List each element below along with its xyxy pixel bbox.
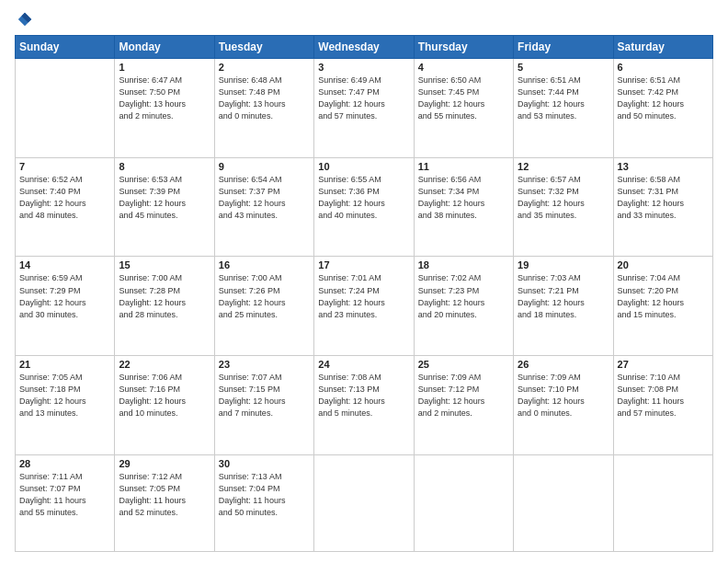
day-number: 25 xyxy=(418,359,509,370)
day-number: 3 xyxy=(318,62,409,73)
calendar-day-cell: 30Sunrise: 7:13 AMSunset: 7:04 PMDayligh… xyxy=(214,454,313,551)
day-info: Sunrise: 6:57 AMSunset: 7:32 PMDaylight:… xyxy=(518,174,609,222)
logo xyxy=(15,11,33,28)
day-number: 24 xyxy=(318,359,409,370)
day-info: Sunrise: 7:00 AMSunset: 7:26 PMDaylight:… xyxy=(219,272,310,320)
day-info: Sunrise: 7:11 AMSunset: 7:07 PMDaylight:… xyxy=(19,471,110,519)
day-number: 14 xyxy=(19,259,110,270)
day-number: 6 xyxy=(618,62,709,73)
calendar-day-cell: 20Sunrise: 7:04 AMSunset: 7:20 PMDayligh… xyxy=(613,257,712,356)
day-info: Sunrise: 7:12 AMSunset: 7:05 PMDaylight:… xyxy=(119,471,210,519)
day-number: 29 xyxy=(119,458,210,469)
calendar-day-cell: 23Sunrise: 7:07 AMSunset: 7:15 PMDayligh… xyxy=(214,356,313,455)
calendar-week-row: 21Sunrise: 7:05 AMSunset: 7:18 PMDayligh… xyxy=(16,356,713,455)
calendar-header-row: SundayMondayTuesdayWednesdayThursdayFrid… xyxy=(16,36,713,59)
calendar-day-cell: 1Sunrise: 6:47 AMSunset: 7:50 PMDaylight… xyxy=(115,59,214,158)
calendar-day-cell: 24Sunrise: 7:08 AMSunset: 7:13 PMDayligh… xyxy=(314,356,414,455)
day-info: Sunrise: 6:52 AMSunset: 7:40 PMDaylight:… xyxy=(19,174,110,222)
day-number: 10 xyxy=(318,161,409,172)
day-number: 21 xyxy=(19,359,110,370)
day-number: 11 xyxy=(418,161,509,172)
calendar-day-cell: 6Sunrise: 6:51 AMSunset: 7:42 PMDaylight… xyxy=(613,59,712,158)
day-number: 20 xyxy=(618,259,709,270)
day-info: Sunrise: 6:49 AMSunset: 7:47 PMDaylight:… xyxy=(318,75,409,122)
calendar-day-cell: 25Sunrise: 7:09 AMSunset: 7:12 PMDayligh… xyxy=(414,356,513,455)
calendar-day-header: Sunday xyxy=(16,36,115,59)
day-info: Sunrise: 6:47 AMSunset: 7:50 PMDaylight:… xyxy=(119,75,210,122)
calendar-day-cell: 2Sunrise: 6:48 AMSunset: 7:48 PMDaylight… xyxy=(214,59,313,158)
day-info: Sunrise: 6:56 AMSunset: 7:34 PMDaylight:… xyxy=(418,174,509,222)
calendar-day-cell: 12Sunrise: 6:57 AMSunset: 7:32 PMDayligh… xyxy=(514,157,613,257)
calendar-day-cell: 14Sunrise: 6:59 AMSunset: 7:29 PMDayligh… xyxy=(16,257,115,356)
calendar-day-cell: 13Sunrise: 6:58 AMSunset: 7:31 PMDayligh… xyxy=(613,157,712,257)
calendar-day-cell: 3Sunrise: 6:49 AMSunset: 7:47 PMDaylight… xyxy=(314,59,414,158)
day-number: 13 xyxy=(618,161,709,172)
day-number: 7 xyxy=(19,161,110,172)
day-number: 18 xyxy=(418,259,509,270)
calendar-day-cell: 10Sunrise: 6:55 AMSunset: 7:36 PMDayligh… xyxy=(314,157,414,257)
day-info: Sunrise: 6:51 AMSunset: 7:42 PMDaylight:… xyxy=(618,75,709,122)
calendar-day-header: Saturday xyxy=(613,36,712,59)
calendar-day-header: Wednesday xyxy=(314,36,414,59)
calendar-day-header: Tuesday xyxy=(214,36,313,59)
day-number: 26 xyxy=(518,359,609,370)
day-info: Sunrise: 6:55 AMSunset: 7:36 PMDaylight:… xyxy=(318,174,409,222)
calendar-day-cell xyxy=(414,454,513,551)
day-info: Sunrise: 7:08 AMSunset: 7:13 PMDaylight:… xyxy=(318,372,409,419)
calendar-day-cell: 22Sunrise: 7:06 AMSunset: 7:16 PMDayligh… xyxy=(115,356,214,455)
day-number: 16 xyxy=(219,259,310,270)
day-number: 28 xyxy=(19,458,110,469)
day-number: 30 xyxy=(219,458,310,469)
calendar-day-cell: 17Sunrise: 7:01 AMSunset: 7:24 PMDayligh… xyxy=(314,257,414,356)
calendar-day-cell: 27Sunrise: 7:10 AMSunset: 7:08 PMDayligh… xyxy=(613,356,712,455)
calendar-week-row: 7Sunrise: 6:52 AMSunset: 7:40 PMDaylight… xyxy=(16,157,713,257)
calendar-day-header: Friday xyxy=(514,36,613,59)
calendar-table: SundayMondayTuesdayWednesdayThursdayFrid… xyxy=(15,35,713,552)
calendar-day-cell: 26Sunrise: 7:09 AMSunset: 7:10 PMDayligh… xyxy=(514,356,613,455)
day-number: 9 xyxy=(219,161,310,172)
day-info: Sunrise: 6:58 AMSunset: 7:31 PMDaylight:… xyxy=(618,174,709,222)
calendar-day-cell: 4Sunrise: 6:50 AMSunset: 7:45 PMDaylight… xyxy=(414,59,513,158)
calendar-day-header: Thursday xyxy=(414,36,513,59)
calendar-day-cell: 15Sunrise: 7:00 AMSunset: 7:28 PMDayligh… xyxy=(115,257,214,356)
calendar-week-row: 14Sunrise: 6:59 AMSunset: 7:29 PMDayligh… xyxy=(16,257,713,356)
calendar-day-cell: 29Sunrise: 7:12 AMSunset: 7:05 PMDayligh… xyxy=(115,454,214,551)
day-number: 19 xyxy=(518,259,609,270)
calendar-day-cell: 9Sunrise: 6:54 AMSunset: 7:37 PMDaylight… xyxy=(214,157,313,257)
calendar-day-cell xyxy=(613,454,712,551)
day-info: Sunrise: 6:54 AMSunset: 7:37 PMDaylight:… xyxy=(219,174,310,222)
day-info: Sunrise: 7:06 AMSunset: 7:16 PMDaylight:… xyxy=(119,372,210,419)
day-number: 2 xyxy=(219,62,310,73)
calendar-day-cell: 28Sunrise: 7:11 AMSunset: 7:07 PMDayligh… xyxy=(16,454,115,551)
calendar-day-cell xyxy=(514,454,613,551)
day-info: Sunrise: 7:00 AMSunset: 7:28 PMDaylight:… xyxy=(119,272,210,320)
calendar-week-row: 28Sunrise: 7:11 AMSunset: 7:07 PMDayligh… xyxy=(16,454,713,551)
day-info: Sunrise: 7:07 AMSunset: 7:15 PMDaylight:… xyxy=(219,372,310,419)
day-info: Sunrise: 6:51 AMSunset: 7:44 PMDaylight:… xyxy=(518,75,609,122)
calendar-day-cell xyxy=(16,59,115,158)
calendar-day-cell: 21Sunrise: 7:05 AMSunset: 7:18 PMDayligh… xyxy=(16,356,115,455)
day-info: Sunrise: 7:03 AMSunset: 7:21 PMDaylight:… xyxy=(518,272,609,320)
calendar-day-cell: 19Sunrise: 7:03 AMSunset: 7:21 PMDayligh… xyxy=(514,257,613,356)
day-number: 5 xyxy=(518,62,609,73)
day-info: Sunrise: 7:04 AMSunset: 7:20 PMDaylight:… xyxy=(618,272,709,320)
calendar-week-row: 1Sunrise: 6:47 AMSunset: 7:50 PMDaylight… xyxy=(16,59,713,158)
calendar-day-cell: 18Sunrise: 7:02 AMSunset: 7:23 PMDayligh… xyxy=(414,257,513,356)
page: SundayMondayTuesdayWednesdayThursdayFrid… xyxy=(0,0,728,563)
day-number: 12 xyxy=(518,161,609,172)
day-number: 27 xyxy=(618,359,709,370)
calendar-day-cell: 16Sunrise: 7:00 AMSunset: 7:26 PMDayligh… xyxy=(214,257,313,356)
day-info: Sunrise: 6:59 AMSunset: 7:29 PMDaylight:… xyxy=(19,272,110,320)
day-info: Sunrise: 7:01 AMSunset: 7:24 PMDaylight:… xyxy=(318,272,409,320)
day-info: Sunrise: 7:09 AMSunset: 7:10 PMDaylight:… xyxy=(518,372,609,419)
day-info: Sunrise: 6:48 AMSunset: 7:48 PMDaylight:… xyxy=(219,75,310,122)
calendar-day-cell: 11Sunrise: 6:56 AMSunset: 7:34 PMDayligh… xyxy=(414,157,513,257)
calendar-day-cell: 5Sunrise: 6:51 AMSunset: 7:44 PMDaylight… xyxy=(514,59,613,158)
day-number: 4 xyxy=(418,62,509,73)
day-info: Sunrise: 7:13 AMSunset: 7:04 PMDaylight:… xyxy=(219,471,310,519)
day-info: Sunrise: 7:05 AMSunset: 7:18 PMDaylight:… xyxy=(19,372,110,419)
calendar-day-cell: 7Sunrise: 6:52 AMSunset: 7:40 PMDaylight… xyxy=(16,157,115,257)
calendar-day-cell: 8Sunrise: 6:53 AMSunset: 7:39 PMDaylight… xyxy=(115,157,214,257)
day-info: Sunrise: 6:53 AMSunset: 7:39 PMDaylight:… xyxy=(119,174,210,222)
day-number: 23 xyxy=(219,359,310,370)
